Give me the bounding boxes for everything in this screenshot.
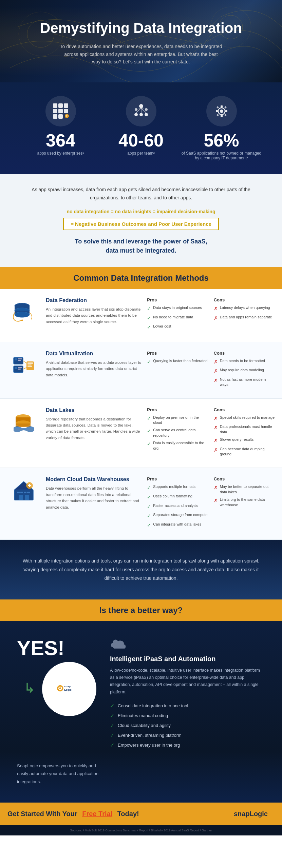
check-icon: ✓ [147, 485, 151, 491]
cons-item: ✗May require data modeling [214, 368, 275, 375]
page-title: Demystifying Data Integration [14, 20, 268, 36]
check-icon: ✓ [147, 315, 151, 322]
snaplogic-footer-brand: snapLogic [234, 810, 275, 818]
x-icon: ✗ [214, 425, 218, 431]
check-icon: ✓ [147, 359, 151, 366]
cloud-icon [110, 638, 265, 652]
better-way-header: Is there a better way? [0, 599, 282, 621]
method-virtualization: Data Virtualization A virtual database t… [0, 342, 282, 399]
warehouse-cons-title: Cons [214, 476, 275, 481]
check-icon: ✓ [147, 441, 151, 448]
stats-section: 364 apps used by enterprises¹ 40-60 apps… [0, 82, 282, 174]
warehouse-pros: Pros ✓Supports multiple formats ✓Uses co… [147, 476, 208, 531]
svg-rect-68 [20, 492, 23, 493]
svg-point-30 [220, 110, 223, 113]
x-icon: ✗ [214, 415, 218, 422]
svg-rect-34 [225, 110, 227, 112]
stat-number-saas: 56% [181, 132, 262, 149]
svg-rect-55 [27, 364, 32, 366]
feature-item: ✓ Consolidate integration into one tool [110, 703, 265, 709]
cons-item: ✗Data professionals must handle data [214, 424, 275, 435]
cons-item: ✗Not as fast as more modern ways [214, 377, 275, 388]
cons-item: ✗Data and apps remain separate [214, 315, 275, 322]
cta-footer: Get Started With Your Free Trial Today! … [0, 803, 282, 825]
svg-rect-14 [53, 114, 57, 119]
x-icon: ✗ [214, 377, 218, 384]
svg-marker-44 [21, 319, 23, 321]
svg-text:Logic: Logic [64, 688, 72, 691]
empower-section: SnapLogic empowers you to quickly and ea… [0, 752, 282, 803]
header-subtitle: To drive automation and better user expe… [60, 43, 223, 65]
disclaimer-section: Sources: ¹ MuleSoft 2019 Connectivity Be… [0, 825, 282, 835]
svg-rect-15 [58, 114, 63, 119]
empower-text: SnapLogic empowers you to quickly and ea… [17, 762, 102, 786]
integration-text: With multiple integration options and to… [20, 557, 262, 583]
pros-item: ✓Separates storage from compute [147, 512, 208, 519]
pros-item: ✓Can serve as central data repository [147, 428, 208, 438]
feature-check-icon: ✓ [110, 722, 114, 729]
federation-pros-cons: Pros ✓Data stays in original sources ✓No… [147, 297, 275, 333]
warehouse-content: Modern Cloud Data Warehouses Data wareho… [46, 476, 142, 531]
warehouse-pros-cons: Pros ✓Supports multiple formats ✓Uses co… [147, 476, 275, 531]
virtualization-pros: Pros ✓Querying is faster than federated [147, 351, 208, 390]
svg-rect-56 [27, 366, 32, 367]
pros-item: ✓Supports multiple formats [147, 484, 208, 491]
datalakes-pros: Pros ✓Deploy on premise or in the cloud … [147, 407, 208, 459]
method-datalakes: Data Lakes Storage repository that becom… [0, 399, 282, 468]
pros-item: ✓Lower cost [147, 324, 208, 331]
cons-item: ✗Limits org to the same data warehouse [214, 497, 275, 508]
cons-item: ✗Can become data dumping ground [214, 447, 275, 457]
header-section: Demystifying Data Integration To drive a… [0, 0, 282, 82]
warehouse-cons: Cons ✗May be better to separate out data… [214, 476, 275, 531]
integration-section: With multiple integration options and to… [0, 540, 282, 599]
pros-item: ✓Data stays in original sources [147, 305, 208, 312]
stat-label-saas: of SaaS applications not owned or manage… [181, 151, 262, 160]
virtualization-desc: A virtual database that serves as a data… [46, 359, 142, 378]
cons-item: ✗Special skills required to manage [214, 415, 275, 422]
svg-text:snap: snap [64, 685, 71, 688]
pros-item: ✓Deploy on premise or in the cloud [147, 415, 208, 426]
virtualization-title: Data Virtualization [46, 351, 142, 357]
check-icon: ✓ [147, 504, 151, 510]
pros-item: ✓Querying is faster than federated [147, 358, 208, 366]
free-trial-link[interactable]: Free Trial [82, 810, 112, 818]
pros-item: ✓Can integrate with data lakes [147, 522, 208, 529]
warehouse-pros-title: Pros [147, 476, 208, 481]
check-icon: ✓ [147, 522, 151, 529]
warehouse-desc: Data warehouses perform all the heavy li… [46, 485, 142, 510]
stat-saas: 56% of SaaS applications not owned or ma… [181, 96, 262, 160]
check-icon: ✓ [147, 415, 151, 422]
cons-item: ✗May be better to separate out data lake… [214, 484, 275, 495]
svg-line-57 [23, 361, 26, 363]
check-icon: ✓ [147, 324, 151, 331]
cta-text: Get Started With Your [7, 810, 77, 818]
federation-pros-title: Pros [147, 297, 208, 302]
feature-check-icon: ✓ [110, 732, 114, 738]
methods-title: Common Data Integration Methods [6, 273, 276, 283]
stat-number-apps: 364 [20, 132, 101, 149]
federation-title: Data Federation [46, 297, 142, 303]
cons-item: ✗Data needs to be formatted [214, 358, 275, 366]
check-icon: ✓ [147, 428, 151, 435]
svg-rect-9 [58, 103, 63, 108]
x-icon: ✗ [214, 485, 218, 491]
x-icon: ✗ [214, 305, 218, 312]
svg-rect-48 [18, 360, 21, 361]
svg-rect-32 [221, 115, 223, 117]
datalakes-cons-title: Cons [214, 407, 275, 412]
x-icon: ✗ [214, 315, 218, 322]
svg-rect-52 [18, 369, 21, 370]
svg-rect-63 [14, 490, 33, 500]
svg-rect-46 [15, 358, 17, 360]
yes-text: YES! [17, 638, 64, 658]
datalakes-icon [7, 407, 41, 459]
sprawl-section: As app sprawl increases, data from each … [0, 174, 282, 267]
x-icon: ✗ [214, 447, 218, 454]
virtualization-icon [7, 351, 41, 390]
better-way-title: Is there a better way? [6, 606, 276, 615]
cons-item: ✗Slower query results [214, 437, 275, 444]
federation-icon [7, 297, 41, 333]
svg-rect-36 [224, 106, 226, 108]
datalakes-desc: Storage repository that becomes a destin… [46, 416, 142, 441]
svg-rect-13 [64, 109, 68, 113]
